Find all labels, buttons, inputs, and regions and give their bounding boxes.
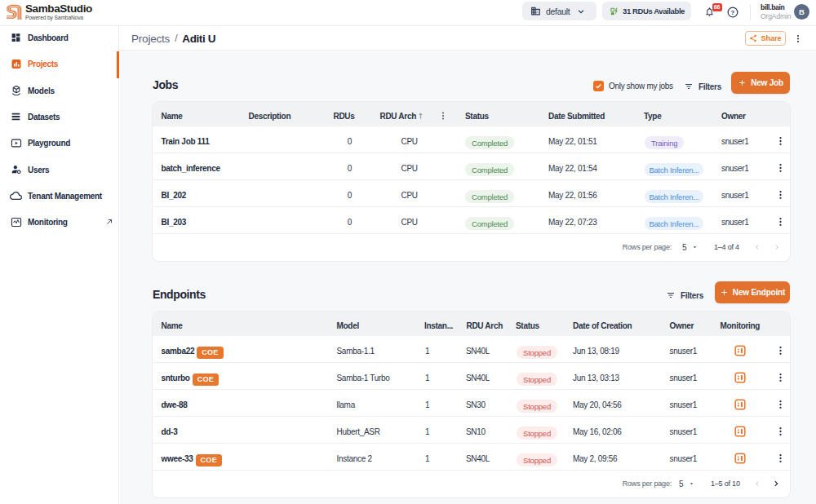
svg-text:?: ?	[731, 9, 735, 16]
